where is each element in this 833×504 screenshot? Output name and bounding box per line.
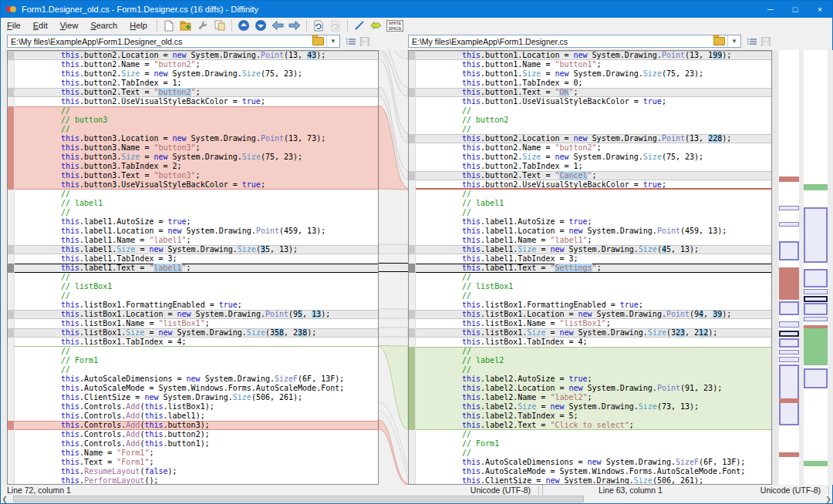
code-line[interactable]: this.listBox1.FormattingEnabled = true; — [8, 301, 378, 310]
menu-item-help[interactable]: Help — [123, 19, 153, 32]
previous-diff-icon[interactable] — [236, 18, 251, 32]
code-line[interactable]: // label1 — [409, 199, 771, 208]
code-line[interactable]: // — [8, 190, 378, 199]
code-line[interactable]: this.ClientSize = new System.Drawing.Siz… — [409, 476, 771, 485]
scrollbar-thumb[interactable] — [13, 496, 584, 502]
left-overview-minimap[interactable] — [779, 50, 799, 485]
code-line[interactable]: this.button2.TabIndex = 1; — [409, 162, 771, 171]
code-line[interactable]: this.AutoScaleDimensions = new System.Dr… — [409, 458, 771, 467]
minimap-box-block[interactable] — [804, 303, 828, 315]
code-line[interactable]: this.button1.TabIndex = 0; — [409, 79, 771, 88]
code-line[interactable]: // — [409, 208, 771, 217]
code-line[interactable]: this.ResumeLayout(false); — [8, 467, 378, 476]
code-line[interactable]: this.listBox1.TabIndex = 4; — [8, 338, 378, 347]
minimap-box-block[interactable] — [779, 365, 799, 425]
code-line[interactable]: this.button2.Size = new System.Drawing.S… — [409, 153, 771, 162]
minimap-green-block[interactable] — [804, 184, 828, 190]
code-line[interactable]: this.label1.AutoSize = true; — [409, 217, 771, 227]
code-line[interactable]: this.PerformLayout(); — [8, 476, 378, 485]
code-line[interactable]: this.AutoScaleDimensions = new System.Dr… — [8, 375, 378, 384]
code-line[interactable]: this.label2.Size = new System.Drawing.Si… — [409, 402, 771, 412]
code-line[interactable]: this.label1.Location = new System.Drawin… — [8, 227, 378, 236]
right-overview-minimap[interactable] — [804, 50, 828, 485]
scroll-left-arrow[interactable]: ❮ — [1, 496, 8, 503]
browse-files-icon[interactable] — [178, 18, 194, 32]
code-line[interactable]: this.AutoScaleMode = System.Windows.Form… — [409, 467, 771, 476]
code-line[interactable]: this.button2.TabIndex = 1; — [8, 79, 378, 88]
code-line[interactable]: this.label1.Text = "Settings"; — [409, 264, 771, 273]
code-line[interactable]: this.button2.Name = "button2"; — [8, 60, 378, 69]
menu-item-edit[interactable]: Edit — [27, 19, 54, 32]
code-line[interactable]: this.Name = "Form1"; — [8, 449, 378, 458]
settings-wrench-icon[interactable] — [195, 18, 211, 32]
code-line[interactable]: this.label1.TabIndex = 3; — [8, 254, 378, 264]
code-line[interactable]: // — [409, 291, 771, 301]
code-line[interactable]: // — [409, 273, 771, 282]
code-line[interactable]: // — [409, 449, 771, 458]
code-line[interactable]: // listBox1 — [409, 282, 771, 291]
left-code-pane[interactable]: this.button2.Location = new System.Drawi… — [7, 50, 379, 485]
code-line[interactable]: this.label1.Text = "label1"; — [8, 264, 378, 273]
code-line[interactable]: this.button1.Text = "OK"; — [409, 88, 771, 97]
code-line[interactable]: this.label1.TabIndex = 3; — [409, 254, 771, 264]
copy-comparison-icon[interactable] — [212, 18, 228, 32]
minimap-chg-block[interactable] — [779, 321, 799, 328]
minimap-red-block[interactable] — [779, 452, 799, 457]
minimize-button[interactable]: ─ — [758, 1, 783, 18]
code-line[interactable]: // label2 — [409, 356, 771, 365]
minimap-green-block[interactable] — [804, 328, 828, 365]
code-line[interactable]: // — [8, 208, 378, 217]
menu-item-file[interactable]: File — [1, 19, 27, 32]
minimap-chg-block[interactable] — [779, 350, 799, 354]
code-line[interactable]: this.label2.Location = new System.Drawin… — [409, 384, 771, 393]
code-line[interactable]: this.listBox1.Location = new System.Draw… — [8, 310, 378, 319]
code-line[interactable]: // — [409, 190, 771, 199]
code-line[interactable]: this.Controls.Add(this.label1); — [8, 412, 378, 421]
minimap-green-block[interactable] — [804, 461, 828, 466]
code-line[interactable]: this.button3.UseVisualStyleBackColor = t… — [8, 180, 378, 190]
code-line[interactable]: // — [409, 430, 771, 439]
minimap-box-block[interactable] — [779, 241, 799, 260]
code-line[interactable]: this.ClientSize = new System.Drawing.Siz… — [8, 393, 378, 402]
code-line[interactable]: this.AutoScaleMode = System.Windows.Form… — [8, 384, 378, 393]
minimap-box-block[interactable] — [804, 269, 828, 287]
code-line[interactable]: // — [409, 365, 771, 375]
edit-mode-icon[interactable] — [352, 18, 367, 32]
menu-item-search[interactable]: Search — [84, 19, 123, 32]
horizontal-scrollbar[interactable]: ❮ ❯ — [1, 495, 832, 503]
minimap-chg-block[interactable] — [779, 357, 799, 362]
merge-icon[interactable] — [369, 18, 384, 32]
code-line[interactable]: // button3 — [8, 116, 378, 125]
minimap-chg-block[interactable] — [804, 289, 828, 294]
code-line[interactable]: // — [8, 273, 378, 282]
code-line[interactable]: this.Controls.Add(this.button2); — [8, 430, 378, 439]
code-line[interactable]: this.label1.Size = new System.Drawing.Si… — [8, 245, 378, 254]
code-line[interactable]: this.button2.Text = "button2"; — [8, 88, 378, 97]
browse-folder-icon[interactable] — [713, 37, 725, 45]
code-line[interactable]: this.button1.UseVisualStyleBackColor = t… — [409, 97, 771, 106]
code-line[interactable]: // — [8, 291, 378, 301]
minimap-red-block[interactable] — [779, 176, 799, 182]
minimap-cur-block[interactable] — [779, 331, 799, 337]
reload-file-disabled-icon[interactable] — [328, 18, 343, 32]
code-line[interactable]: this.listBox1.TabIndex = 4; — [409, 338, 771, 347]
whitespace-toggle-icon[interactable]: WHITESPACE — [386, 18, 404, 32]
reload-file-icon[interactable] — [311, 18, 326, 32]
code-line[interactable]: this.label2.AutoSize = true; — [409, 375, 771, 384]
browse-folder-icon[interactable] — [312, 37, 324, 45]
code-line[interactable]: this.button2.Location = new System.Drawi… — [409, 134, 771, 143]
code-line[interactable]: this.button2.UseVisualStyleBackColor = t… — [409, 180, 771, 190]
minimap-cur-block[interactable] — [804, 296, 828, 302]
code-line[interactable]: // listBox1 — [8, 282, 378, 291]
code-line[interactable]: // Form1 — [8, 356, 378, 365]
code-line[interactable]: this.label2.Name = "label2"; — [409, 393, 771, 402]
code-line[interactable]: this.Text = "Form1"; — [8, 458, 378, 467]
path-dropdown-icon[interactable]: ▼ — [326, 35, 339, 47]
code-line[interactable]: this.Controls.Add(this.listBox1); — [8, 402, 378, 412]
left-save-icon[interactable] — [359, 35, 371, 47]
code-line[interactable]: this.button3.Location = new System.Drawi… — [8, 134, 378, 143]
code-line[interactable]: this.listBox1.Location = new System.Draw… — [409, 310, 771, 319]
left-file-path-input[interactable] — [8, 37, 312, 46]
code-line[interactable]: this.button3.TabIndex = 2; — [8, 162, 378, 171]
code-line[interactable]: // — [8, 365, 378, 375]
